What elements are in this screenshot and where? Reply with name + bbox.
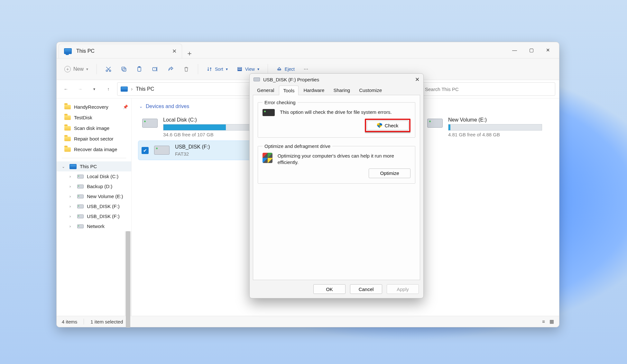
drive-sub: FAT32	[175, 151, 257, 157]
chevron-down-icon: ▾	[226, 67, 228, 71]
quick-access-item[interactable]: TestDisk	[57, 112, 131, 123]
drive-item[interactable]: Local Disk (C:)34.6 GB free of 107 GB	[138, 114, 260, 141]
defrag-icon	[263, 153, 272, 163]
new-tab-button[interactable]: ＋	[182, 49, 197, 58]
usage-bar	[448, 124, 542, 131]
details-view-icon[interactable]: ≡	[542, 319, 545, 324]
quick-access-item[interactable]: HandyRecovery📌	[57, 102, 131, 112]
tree-label: Backup (D:)	[87, 184, 112, 189]
recent-button[interactable]: ▾	[89, 84, 100, 95]
pin-icon: 📌	[123, 105, 128, 109]
tab-general[interactable]: General	[253, 85, 278, 95]
drive-icon	[77, 224, 84, 228]
svg-rect-2	[123, 68, 126, 71]
tree-item[interactable]: ›USB_DISK (F:)	[57, 211, 131, 221]
maximize-icon[interactable]: ▢	[529, 47, 534, 53]
tree-label: USB_DISK (F:)	[87, 214, 120, 219]
titlebar: This PC ✕ ＋ — ▢ ✕	[57, 42, 559, 58]
monitor-icon	[64, 48, 72, 54]
chevron-right-icon: ›	[69, 184, 74, 189]
quick-access-label: TestDisk	[74, 115, 92, 120]
ok-label: OK	[326, 287, 333, 292]
tree-label: This PC	[80, 164, 97, 169]
svg-point-1	[109, 70, 111, 72]
separator	[84, 319, 84, 324]
dialog-title: USB_DISK (F:) Properties	[263, 77, 319, 82]
drive-sub: 34.6 GB free of 107 GB	[163, 132, 257, 137]
optimize-label: Optimize	[380, 170, 399, 176]
new-button[interactable]: + New ▾	[61, 63, 91, 76]
quick-access-item[interactable]: Recover data image	[57, 144, 131, 155]
tree-label: Local Disk (C:)	[87, 174, 118, 179]
paste-button[interactable]	[133, 63, 146, 76]
sort-label: Sort	[215, 67, 223, 72]
svg-rect-8	[238, 69, 242, 70]
chevron-down-icon: ⌄	[62, 164, 66, 169]
ok-button[interactable]: OK	[313, 284, 346, 294]
tree-item[interactable]: ›Network	[57, 221, 131, 231]
folder-icon	[64, 137, 71, 141]
breadcrumb-sep: ›	[131, 86, 133, 92]
section-title: Devices and drives	[146, 104, 189, 109]
tab-hardware[interactable]: Hardware	[299, 85, 328, 95]
close-icon[interactable]: ✕	[546, 47, 550, 53]
tree-item[interactable]: ›Local Disk (C:)	[57, 171, 131, 181]
sort-button[interactable]: Sort ▾	[203, 63, 231, 76]
separator	[97, 64, 97, 74]
optimize-button[interactable]: Optimize	[369, 168, 410, 178]
drive-icon	[77, 175, 84, 178]
up-button[interactable]: ↑	[103, 84, 114, 95]
close-tab-icon[interactable]: ✕	[172, 48, 177, 55]
back-button[interactable]: ←	[60, 84, 71, 95]
svg-rect-9	[238, 70, 242, 71]
tab-sharing[interactable]: Sharing	[329, 85, 354, 95]
cancel-button[interactable]: Cancel	[350, 284, 382, 294]
tab-customize[interactable]: Customize	[355, 85, 386, 95]
minimize-icon[interactable]: —	[512, 47, 517, 53]
drive-check-icon	[263, 109, 275, 116]
status-items: 4 items	[62, 319, 77, 324]
tab-this-pc[interactable]: This PC ✕	[59, 44, 182, 58]
dialog-actions: OK Cancel Apply	[250, 280, 423, 298]
cut-button[interactable]	[102, 63, 115, 76]
chevron-right-icon: ›	[69, 204, 74, 209]
svg-rect-6	[153, 68, 157, 71]
tab-tools[interactable]: Tools	[279, 86, 299, 95]
tree-item[interactable]: ›Backup (D:)	[57, 181, 131, 191]
drive-item[interactable]: ✔USB_DISK (F:)FAT32	[138, 141, 261, 160]
check-button[interactable]: Check	[367, 121, 409, 130]
defrag-text: Optimizing your computer's drives can he…	[278, 153, 410, 166]
tree-list: ›Local Disk (C:)›Backup (D:)›New Volume …	[57, 171, 131, 231]
search-input[interactable]	[424, 86, 551, 92]
tree-item[interactable]: ›New Volume (E:)	[57, 191, 131, 201]
status-selected: 1 item selected	[90, 319, 123, 324]
drive-name: USB_DISK (F:)	[175, 144, 257, 150]
tree-this-pc[interactable]: ⌄ This PC	[57, 161, 131, 171]
checkbox-icon: ✔	[142, 147, 149, 154]
error-checking-legend: Error checking	[263, 100, 298, 105]
breadcrumb[interactable]: This PC	[136, 86, 154, 92]
large-icons-view-icon[interactable]: ▦	[549, 319, 554, 324]
cancel-label: Cancel	[359, 287, 374, 292]
copy-button[interactable]	[117, 63, 130, 76]
close-icon[interactable]: ✕	[415, 76, 420, 83]
quick-access-item[interactable]: Repair boot sector	[57, 133, 131, 144]
quick-access-list: HandyRecovery📌TestDiskScan disk imageRep…	[57, 102, 131, 155]
forward-button[interactable]: →	[75, 84, 86, 95]
nav-scrollbar[interactable]	[125, 231, 131, 316]
chevron-right-icon: ›	[69, 214, 74, 219]
tree-item[interactable]: ›USB_DISK (F:)	[57, 201, 131, 211]
error-checking-text: This option will check the drive for fil…	[280, 109, 392, 115]
quick-access-label: Repair boot sector	[74, 136, 114, 141]
chevron-right-icon: ›	[69, 194, 74, 199]
rename-button[interactable]	[148, 63, 162, 76]
share-button[interactable]	[164, 63, 177, 76]
drive-item[interactable]: New Volume (E:)4.81 GB free of 4.88 GB	[423, 114, 545, 141]
quick-access-item[interactable]: Scan disk image	[57, 123, 131, 133]
search-box[interactable]	[420, 82, 555, 96]
drive-icon	[141, 117, 159, 129]
delete-button[interactable]	[180, 63, 193, 76]
quick-access-label: Recover data image	[74, 147, 117, 152]
drive-name: New Volume (E:)	[448, 117, 542, 123]
apply-button[interactable]: Apply	[387, 284, 419, 294]
